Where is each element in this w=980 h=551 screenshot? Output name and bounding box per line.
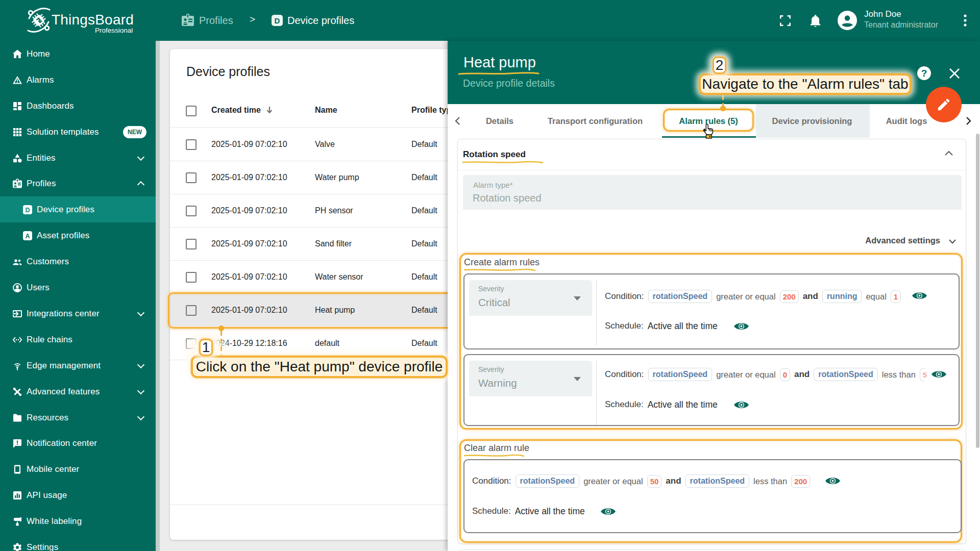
svg-text:A: A <box>25 232 30 239</box>
svg-text:D: D <box>275 16 280 25</box>
svg-text:D: D <box>25 206 30 213</box>
